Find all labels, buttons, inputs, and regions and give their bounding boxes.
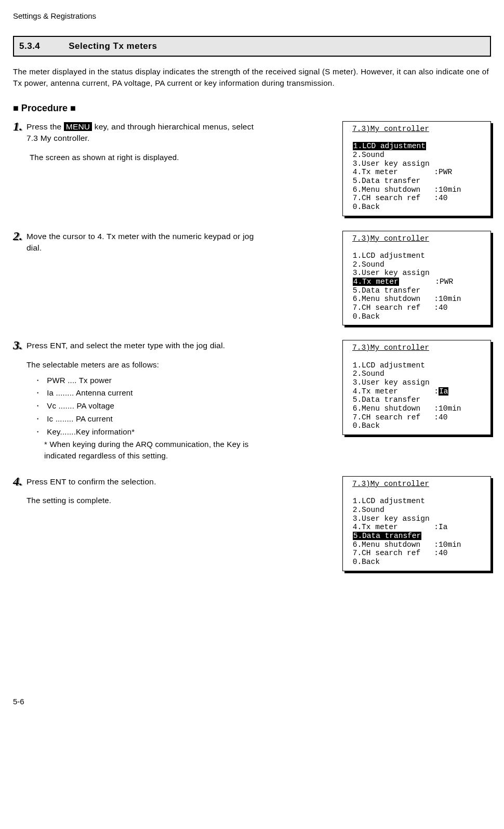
section-title-bar: 5.3.4 Selecting Tx meters [13, 36, 491, 57]
page-number: 5-6 [13, 696, 491, 707]
screen-title: 7.3)My controller [352, 344, 429, 352]
screen-item: 3.User key assign [353, 160, 430, 168]
bullet-icon: ・ [34, 413, 42, 425]
step-number: 1. [13, 120, 22, 133]
screen-item: 1.LCD adjustment [353, 497, 425, 505]
screen-title: 7.3)My controller [352, 234, 429, 243]
screen-item: 4.Tx meter [353, 168, 398, 176]
screen-item: 6.Menu shutdown [353, 404, 421, 413]
intro-paragraph: The meter displayed in the status displa… [13, 66, 491, 89]
screen-item: 2.Sound [353, 151, 384, 159]
screen-item: 0.Back [353, 558, 380, 566]
screen-item: 2.Sound [353, 370, 384, 378]
screen-item: 3.User key assign [353, 515, 430, 523]
screen-item: 6.Menu shutdown [353, 541, 421, 549]
meter-item: PWR .... Tx power [47, 375, 112, 386]
procedure-heading: ■ Procedure ■ [13, 102, 491, 115]
bullet-icon: ・ [34, 400, 42, 412]
step-text: Press ENT to confirm the selection. [26, 477, 156, 486]
screen-value: :10min [434, 404, 461, 413]
step-text: Move the cursor to 4. Tx meter with the … [26, 232, 254, 252]
screen-value: :40 [434, 549, 447, 557]
screen-item: 7.CH search ref [353, 194, 421, 202]
screen-item: 7.CH search ref [353, 413, 421, 422]
step-1: 1. Press the MENU key, and through hiera… [13, 121, 491, 216]
screen-item: 7.CH search ref [353, 304, 421, 312]
lcd-screen: 7.3)My controller 1.LCD adjustment 2.Sou… [342, 121, 491, 216]
screen-value: :PWR [434, 168, 452, 176]
section-number: 5.3.4 [19, 40, 66, 52]
screen-value: :40 [434, 194, 447, 202]
screen-item: 5.Data transfer [353, 286, 421, 295]
section-title: Selecting Tx meters [69, 41, 157, 51]
screen-item: 5.Data transfer [353, 396, 421, 404]
bullet-icon: ・ [34, 426, 42, 438]
screen-item-selected: 5.Data transfer [353, 532, 422, 540]
lcd-screen: 7.3)My controller 1.LCD adjustment 2.Sou… [342, 476, 491, 571]
screen-value: :10min [434, 295, 461, 303]
meter-item: Key.......Key information* [47, 426, 135, 438]
screen-value-selected: Ia [439, 387, 448, 396]
page-header: Settings & Registrations [13, 10, 491, 21]
step-body: Press ENT, and select the meter type wit… [26, 340, 262, 461]
step-body: Move the cursor to 4. Tx meter with the … [26, 231, 262, 254]
meter-item: Ic ........ PA current [47, 413, 113, 425]
step-3: 3. Press ENT, and select the meter type … [13, 340, 491, 461]
step-4: 4. Press ENT to confirm the selection. T… [13, 476, 491, 571]
step-number: 4. [13, 475, 22, 488]
step-body: Press ENT to confirm the selection. The … [26, 476, 262, 506]
screen-title: 7.3)My controller [352, 480, 429, 488]
screen-item: 0.Back [353, 312, 380, 321]
screen-item: 5.Data transfer [353, 177, 421, 185]
meter-item: Vc ....... PA voltage [47, 400, 114, 412]
screen-item-selected: 4.Tx meter [353, 278, 399, 286]
lcd-screen: 7.3)My controller 1.LCD adjustment 2.Sou… [342, 231, 491, 326]
footnote: * When keying during the ARQ communicati… [44, 439, 262, 462]
bullet-icon: ・ [34, 387, 42, 399]
screen-value: :40 [434, 413, 447, 422]
screen-item: 0.Back [353, 422, 380, 430]
screen-title: 7.3)My controller [352, 125, 429, 133]
screen-item: 4.Tx meter [353, 523, 398, 531]
step-sub-text: The screen as shown at right is displaye… [30, 152, 262, 163]
meter-list: ・PWR .... Tx power ・Ia ........ Antenna … [34, 375, 262, 438]
screen-item: 3.User key assign [353, 269, 430, 277]
step-number: 3. [13, 339, 22, 351]
screen-item: 2.Sound [353, 260, 384, 269]
step-text: Press the [26, 122, 64, 131]
step-sub-text: The selectable meters are as follows: [26, 359, 262, 371]
lcd-screen: 7.3)My controller 1.LCD adjustment 2.Sou… [342, 340, 491, 435]
screen-item-selected: 1.LCD adjustment [353, 142, 426, 150]
screen-item: 6.Menu shutdown [353, 186, 421, 194]
screen-value: :40 [434, 304, 447, 312]
bullet-icon: ・ [34, 375, 42, 386]
screen-item: 3.User key assign [353, 378, 430, 387]
screen-item: 1.LCD adjustment [353, 361, 425, 370]
step-body: Press the MENU key, and through hierarch… [26, 121, 262, 163]
screen-value: :10min [434, 541, 461, 549]
screen-item: 1.LCD adjustment [353, 252, 425, 260]
screen-value: :Ia [434, 523, 447, 531]
screen-item: 0.Back [353, 203, 380, 211]
screen-item: 7.CH search ref [353, 549, 421, 557]
menu-key-badge: MENU [64, 122, 92, 131]
screen-value: :10min [434, 186, 461, 194]
step-text: Press ENT, and select the meter type wit… [26, 341, 225, 350]
screen-value: :PWR [435, 278, 453, 286]
step-2: 2. Move the cursor to 4. Tx meter with t… [13, 231, 491, 326]
meter-item: Ia ........ Antenna current [47, 387, 133, 399]
screen-item: 2.Sound [353, 506, 384, 514]
screen-item: 6.Menu shutdown [353, 295, 421, 303]
step-number: 2. [13, 230, 22, 242]
screen-item: 4.Tx meter [353, 387, 398, 396]
step-sub-text: The setting is complete. [26, 495, 262, 506]
